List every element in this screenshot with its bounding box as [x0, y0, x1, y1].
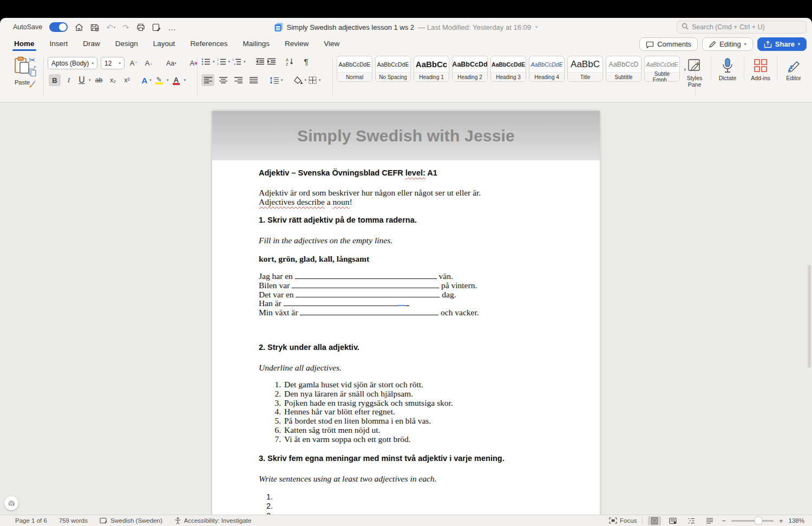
tab-design[interactable]: Design: [115, 37, 138, 51]
bullets-dropdown-icon[interactable]: ▾: [213, 60, 215, 64]
sentence-item[interactable]: Det gamla huset vid sjön är stort och rö…: [283, 380, 553, 389]
borders-dropdown-icon[interactable]: ▾: [319, 78, 321, 82]
autosave-toggle[interactable]: [49, 22, 68, 32]
vertical-scrollbar[interactable]: [808, 265, 811, 368]
style-subtle-emphasis[interactable]: AaBbCcDdE Subtle Emph...: [644, 56, 680, 82]
multilevel-dropdown-icon[interactable]: ▾: [244, 60, 246, 64]
print-layout-view-button[interactable]: [648, 516, 661, 525]
grow-font-button[interactable]: A⌃: [128, 57, 140, 69]
editor-button[interactable]: Editor: [778, 55, 809, 81]
tab-draw[interactable]: Draw: [83, 37, 100, 51]
document-title-group[interactable]: Simply Swedish adjectives lesson 1 ws 2 …: [275, 23, 538, 31]
banner-title[interactable]: Simply Swedish with Jessie: [297, 127, 515, 145]
empty-numbered-item[interactable]: [275, 492, 553, 502]
sort-button[interactable]: AZ: [286, 57, 294, 66]
multilevel-list-button[interactable]: 1a: [232, 58, 241, 66]
style-subtitle[interactable]: AaBbCcD Subtitle: [606, 56, 641, 82]
tab-references[interactable]: References: [190, 37, 227, 51]
tab-view[interactable]: View: [324, 37, 339, 51]
section1-subtitle[interactable]: Fill in the adjectives on the empty line…: [259, 236, 553, 245]
text-effects-button[interactable]: A: [142, 76, 148, 85]
justify-button[interactable]: [247, 74, 260, 86]
accessibility-status[interactable]: Accessibility: Investigate: [174, 517, 252, 524]
font-size-select[interactable]: 12▾: [101, 57, 125, 69]
print-icon[interactable]: [136, 23, 145, 31]
shrink-font-button[interactable]: A⌄: [143, 57, 155, 69]
editing-mode-button[interactable]: Editing ▾: [702, 37, 753, 51]
superscript-button[interactable]: x²: [121, 74, 133, 86]
increase-indent-button[interactable]: [267, 58, 276, 65]
outline-view-button[interactable]: [685, 516, 698, 525]
more-toolbar-icon[interactable]: …: [168, 23, 176, 31]
shading-button[interactable]: [294, 76, 303, 84]
font-name-select[interactable]: Aptos (Body)▾: [48, 57, 97, 69]
style-heading-1[interactable]: AaBbCc Heading 1: [414, 56, 449, 82]
copy-icon[interactable]: [29, 68, 36, 76]
redo-icon[interactable]: ↷: [122, 23, 129, 31]
empty-numbered-item[interactable]: [275, 502, 553, 511]
share-button[interactable]: Share ▾: [757, 37, 807, 51]
style-no-spacing[interactable]: AaBbCcDdE No Spacing: [375, 56, 411, 82]
styles-pane-button[interactable]: Styles Pane: [679, 55, 710, 88]
change-case-button[interactable]: Aa ▾: [165, 60, 178, 67]
cut-icon[interactable]: ✂: [29, 55, 36, 65]
bullets-button[interactable]: [201, 58, 211, 66]
paragraph-marks-button[interactable]: ¶: [304, 57, 309, 66]
fill-line[interactable]: Han är .: [259, 299, 553, 308]
shading-dropdown-icon[interactable]: ▾: [305, 78, 307, 82]
word-bank[interactable]: kort, grön, glad, kall, långsamt: [259, 254, 553, 263]
align-center-button[interactable]: [217, 74, 230, 86]
style-heading-2[interactable]: AaBbCcDd Heading 2: [452, 56, 488, 82]
fill-line[interactable]: Min växt är och vacker.: [259, 308, 553, 317]
home-icon[interactable]: [75, 23, 83, 31]
numbering-button[interactable]: 12: [217, 58, 226, 66]
proofing-language[interactable]: Swedish (Sweden): [100, 517, 162, 524]
dictate-button[interactable]: Dictate: [712, 55, 743, 81]
page-indicator[interactable]: Page 1 of 6: [15, 517, 47, 524]
fingerprint-button[interactable]: [4, 496, 18, 510]
section3-subtitle[interactable]: Write sentences using at least two adjec…: [259, 474, 553, 483]
italic-button[interactable]: I: [63, 74, 75, 86]
tab-layout[interactable]: Layout: [153, 37, 175, 51]
sentence-item[interactable]: På bordet stod en liten blomma i en blå …: [283, 417, 553, 426]
align-right-button[interactable]: [232, 74, 245, 86]
style-title[interactable]: AaBbC Title: [567, 56, 603, 82]
tab-home[interactable]: Home: [14, 37, 35, 51]
underline-dropdown-icon[interactable]: ▾: [89, 78, 91, 82]
tab-mailings[interactable]: Mailings: [243, 37, 270, 51]
section1-heading[interactable]: 1. Skriv rätt adjektiv på de tomma rader…: [259, 215, 553, 225]
web-layout-view-button[interactable]: [666, 516, 679, 525]
bold-button[interactable]: B: [49, 74, 61, 86]
document-page[interactable]: Simply Swedish with Jessie Adjektiv – Sv…: [212, 111, 600, 526]
zoom-out-button[interactable]: −: [722, 517, 726, 525]
add-ins-button[interactable]: Add-ins: [745, 55, 776, 81]
highlight-button[interactable]: ✎: [154, 76, 165, 85]
highlight-dropdown-icon[interactable]: ▾: [167, 78, 169, 82]
sentence-item[interactable]: Vi åt en varm soppa och ett gott bröd.: [283, 435, 553, 444]
sentence-item[interactable]: Den nya läraren är snäll och hjälpsam.: [283, 389, 553, 399]
undo-icon[interactable]: ↶▾: [106, 23, 115, 31]
decrease-indent-button[interactable]: [256, 58, 265, 65]
zoom-slider-thumb[interactable]: [755, 517, 762, 524]
search-input[interactable]: [692, 23, 802, 31]
comments-button[interactable]: Comments: [639, 37, 698, 51]
draft-view-button[interactable]: [703, 516, 716, 525]
zoom-slider[interactable]: [731, 520, 774, 522]
numbering-dropdown-icon[interactable]: ▾: [228, 60, 231, 64]
share-copy-icon[interactable]: [152, 23, 161, 31]
format-painter-icon[interactable]: [28, 80, 36, 88]
doc-intro-sv[interactable]: Adjektiv är ord som beskriver hur någon …: [259, 188, 553, 197]
style-heading-3[interactable]: AaBbCcDdE Heading 3: [490, 56, 526, 82]
borders-button[interactable]: [309, 76, 317, 84]
align-left-button[interactable]: [201, 74, 214, 86]
sentence-item[interactable]: Katten såg trött men nöjd ut.: [283, 426, 553, 435]
document-header-banner[interactable]: Simply Swedish with Jessie: [212, 111, 600, 160]
sentence-item[interactable]: Hennes hår var blött efter regnet.: [283, 407, 553, 417]
fill-line[interactable]: Det var en dag.: [259, 290, 553, 300]
underline-button[interactable]: U: [77, 74, 87, 86]
text-effects-dropdown-icon[interactable]: ▾: [149, 78, 152, 82]
line-spacing-dropdown-icon[interactable]: ▾: [281, 78, 283, 82]
subscript-button[interactable]: x₂: [107, 74, 119, 86]
section2-heading[interactable]: 2. Stryk under alla adjektiv.: [259, 342, 553, 352]
zoom-level[interactable]: 138%: [789, 517, 804, 524]
